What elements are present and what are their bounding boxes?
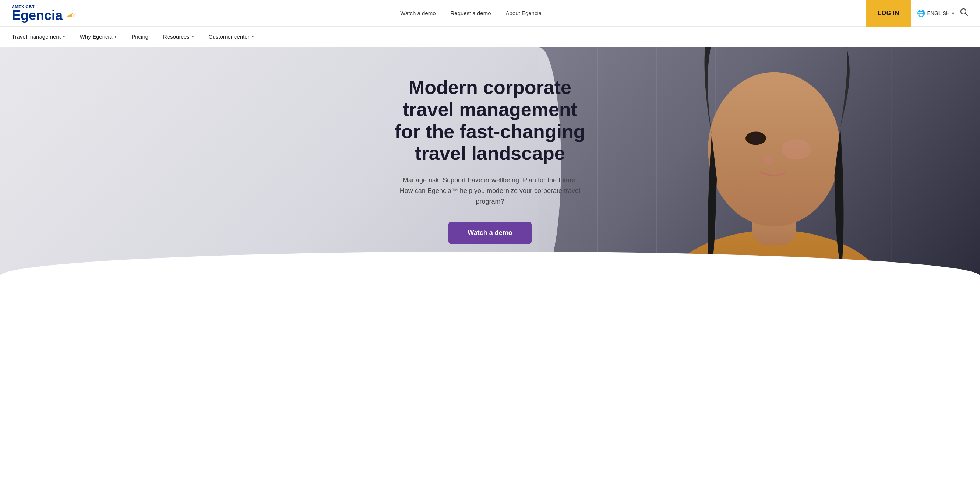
nav-item-customer-center[interactable]: Customer center ▾ xyxy=(209,27,254,47)
hero-subtitle-line1: Manage risk. Support traveler wellbeing.… xyxy=(403,177,577,184)
top-nav-links: Watch a demo Request a demo About Egenci… xyxy=(76,10,866,16)
hero-subtitle: Manage risk. Support traveler wellbeing.… xyxy=(391,175,589,207)
language-selector[interactable]: 🌐 ENGLISH ▾ xyxy=(917,9,954,17)
svg-point-13 xyxy=(750,132,762,144)
nav-label-travel-management: Travel management xyxy=(12,33,61,40)
svg-point-15 xyxy=(781,139,811,159)
chevron-down-icon: ▾ xyxy=(63,34,65,39)
nav-item-pricing[interactable]: Pricing xyxy=(131,27,148,47)
watch-demo-link[interactable]: Watch a demo xyxy=(400,10,436,16)
nav-item-travel-management[interactable]: Travel management ▾ xyxy=(12,27,65,47)
top-nav: AMEX GBT Egencia Watch a demo Request a … xyxy=(0,0,980,27)
hero-content: Modern corporate travel management for t… xyxy=(361,47,619,281)
chevron-down-icon: ▾ xyxy=(115,34,117,39)
hero-section: Modern corporate travel management for t… xyxy=(0,47,980,281)
svg-point-11 xyxy=(708,72,840,226)
nav-label-why-egencia: Why Egencia xyxy=(80,33,112,40)
hero-title: Modern corporate travel management for t… xyxy=(391,76,589,165)
svg-line-1 xyxy=(965,13,967,16)
egencia-name: Egencia xyxy=(12,9,63,22)
nav-label-pricing: Pricing xyxy=(131,33,148,40)
language-label: ENGLISH xyxy=(928,10,950,16)
chevron-down-icon: ▾ xyxy=(952,11,954,16)
hero-subtitle-line2: How can Egencia™ help you modernize your… xyxy=(400,187,580,205)
watch-demo-button[interactable]: Watch a demo xyxy=(449,222,531,244)
chevron-down-icon: ▾ xyxy=(252,34,254,39)
login-button[interactable]: LOG IN xyxy=(866,0,911,27)
svg-point-14 xyxy=(764,154,773,166)
search-icon xyxy=(960,8,968,16)
logo[interactable]: AMEX GBT Egencia xyxy=(12,5,76,22)
chevron-down-icon: ▾ xyxy=(192,34,194,39)
request-demo-link[interactable]: Request a demo xyxy=(450,10,491,16)
nav-label-resources: Resources xyxy=(163,33,189,40)
egencia-logo: Egencia xyxy=(12,9,76,22)
globe-icon: 🌐 xyxy=(917,9,925,17)
hero-title-line1: Modern corporate travel management xyxy=(403,76,577,120)
search-button[interactable] xyxy=(960,8,968,18)
nav-item-why-egencia[interactable]: Why Egencia ▾ xyxy=(80,27,117,47)
about-link[interactable]: About Egencia xyxy=(506,10,542,16)
hero-title-line2: for the fast-changing travel landscape xyxy=(395,121,585,164)
egencia-bird-icon xyxy=(64,11,76,19)
top-nav-right: LOG IN 🌐 ENGLISH ▾ xyxy=(866,0,968,27)
nav-item-resources[interactable]: Resources ▾ xyxy=(163,27,194,47)
secondary-nav: Travel management ▾ Why Egencia ▾ Pricin… xyxy=(0,27,980,47)
nav-label-customer-center: Customer center xyxy=(209,33,250,40)
below-hero xyxy=(0,281,980,318)
